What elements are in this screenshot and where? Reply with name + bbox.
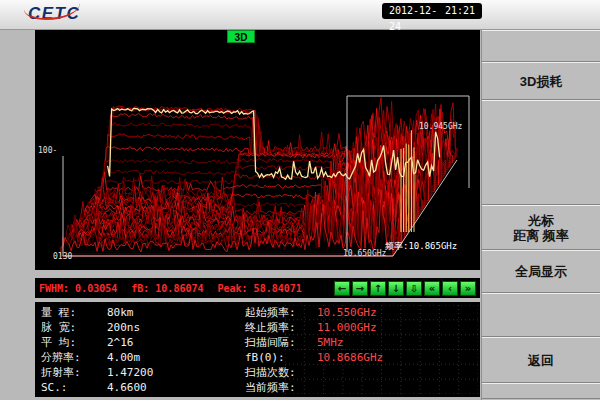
cetc-logo: CETC (28, 4, 80, 24)
axis-origin-label: 0130 (53, 252, 72, 261)
peak-label: Peak: (218, 283, 248, 294)
param-scan-count: 扫描次数: (245, 365, 383, 380)
top-bar: CETC 2012-12-24 21:21 (0, 0, 600, 30)
status-bar: FWHM: 0.03054 fB: 10.86074 Peak: 58.8407… (35, 278, 480, 298)
param-refractive-index: 折射率:1.47200 (41, 365, 153, 380)
plot-area: 3D 100- 0130 10.650GHz 10.945GHz 频率:10.8… (35, 30, 480, 270)
param-stop-freq: 终止频率:11.000GHz (245, 320, 383, 335)
param-current-freq: 当前频率: (245, 380, 383, 395)
freq-axis-bottom-label: 10.650GHz (343, 249, 386, 258)
sidebar-button-global-display[interactable]: 全局显示 (482, 250, 600, 293)
freq-axis-top-label: 10.945GHz (419, 122, 462, 131)
waterfall-3d-plot (35, 30, 480, 270)
instrument-screen: CETC 2012-12-24 21:21 3D损耗 光标 距离 频率 全局显示… (0, 0, 600, 400)
nav-left-button[interactable]: ← (334, 281, 350, 296)
sidebar-button-3d-loss-label: 3D损耗 (520, 74, 563, 89)
sidebar-cell-empty (482, 383, 600, 399)
sidebar-button-global-display-label: 全局显示 (515, 264, 567, 279)
nav-down-button[interactable]: ↓ (388, 281, 404, 296)
param-start-freq: 起始频率:10.550GHz (245, 305, 383, 320)
time-text: 21:21 (445, 3, 475, 19)
param-pulse-width: 脉 宽:200ns (41, 320, 153, 335)
parameter-column-left: 量 程:80km 脉 宽:200ns 平 均:2^16 分辨率:4.00m 折射… (41, 305, 153, 395)
nav-step-left-button[interactable]: ‹ (442, 281, 458, 296)
sidebar: 3D损耗 光标 距离 频率 全局显示 返回 (481, 30, 600, 400)
fb-label: fB: (131, 283, 149, 294)
sidebar-cell-empty (482, 100, 600, 205)
nav-button-group: ← → ↑ ↓ ⇩ « ‹ » (334, 281, 476, 296)
param-scan-interval: 扫描间隔:5MHz (245, 335, 383, 350)
fb-value: 10.86074 (155, 283, 203, 294)
fwhm-value: 0.03054 (75, 283, 117, 294)
parameter-column-mid: 起始频率:10.550GHz 终止频率:11.000GHz 扫描间隔:5MHz … (245, 305, 383, 395)
sidebar-button-3d-loss[interactable]: 3D损耗 (482, 62, 600, 100)
sidebar-button-cursor-label-line1: 光标 (528, 213, 554, 228)
sidebar-cell-empty (482, 293, 600, 337)
nav-up-button[interactable]: ↑ (370, 281, 386, 296)
param-range: 量 程:80km (41, 305, 153, 320)
peak-value: 58.84071 (254, 283, 302, 294)
mode-3d-badge[interactable]: 3D (227, 30, 255, 43)
param-average: 平 均:2^16 (41, 335, 153, 350)
cursor-frequency-label: 频率:10.865GHz (385, 242, 457, 251)
sidebar-button-cursor-distance-freq[interactable]: 光标 距离 频率 (482, 205, 600, 250)
nav-page-down-button[interactable]: ⇩ (406, 281, 422, 296)
amplitude-tick-label: 100- (38, 146, 57, 155)
date-text: 2012-12-24 (389, 3, 445, 19)
param-sc: SC.:4.6600 (41, 380, 153, 395)
nav-right-button[interactable]: → (352, 281, 368, 296)
sidebar-button-return[interactable]: 返回 (482, 337, 600, 383)
param-resolution: 分辨率:4.00m (41, 350, 153, 365)
param-fb0: fB(0):10.8686GHz (245, 350, 383, 365)
nav-fast-left-button[interactable]: « (424, 281, 440, 296)
sidebar-cell-empty (482, 30, 600, 62)
nav-fast-right-button[interactable]: » (460, 281, 476, 296)
sidebar-button-return-label: 返回 (528, 353, 554, 368)
sidebar-button-cursor-label-line2: 距离 频率 (513, 228, 569, 243)
fwhm-label: FWHM: (39, 283, 69, 294)
parameters-panel: 量 程:80km 脉 宽:200ns 平 均:2^16 分辨率:4.00m 折射… (35, 302, 480, 397)
datetime-display: 2012-12-24 21:21 (382, 3, 482, 19)
